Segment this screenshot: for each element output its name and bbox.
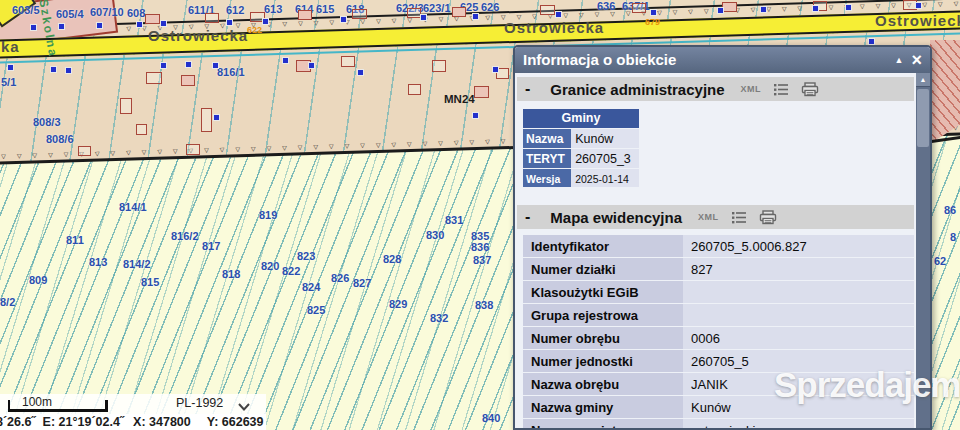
- address-point: [340, 16, 347, 23]
- collapse-section-button[interactable]: -: [525, 80, 530, 98]
- parcel-label: 838: [475, 299, 493, 311]
- parcel-label: 814/2: [123, 258, 151, 270]
- parcel-label: 615: [316, 3, 334, 15]
- building: [181, 75, 195, 86]
- gminy-table-rows: NazwaKunówTERYT260705_3Wersja2025-01-14: [523, 129, 639, 187]
- parcel-label: 613: [264, 3, 282, 15]
- parcel-label: 808/3: [33, 116, 61, 128]
- table-row: Nazwa powiatuostrowiecki: [523, 419, 914, 428]
- parcel-label: 829: [389, 298, 407, 310]
- list-icon[interactable]: [773, 83, 789, 96]
- parcel-label: 808/6: [46, 133, 74, 145]
- parcel-label: 822: [282, 265, 300, 277]
- address-point: [717, 7, 724, 14]
- parcel-label: 623/1: [423, 2, 451, 14]
- row-value: 827: [683, 258, 914, 280]
- parcel-label: 819: [259, 209, 277, 221]
- section-header-mapa: - Mapa ewidencyjna XML: [517, 205, 914, 229]
- row-value: [683, 281, 914, 303]
- parcel-label: 809: [29, 274, 47, 286]
- row-value: 260705_3: [571, 149, 639, 168]
- building: [341, 56, 355, 67]
- xml-button[interactable]: XML: [698, 212, 719, 222]
- coordinate-lat: 8´26.6˝: [0, 415, 36, 429]
- collapse-section-button[interactable]: -: [525, 208, 530, 226]
- building: [540, 5, 555, 15]
- print-icon[interactable]: [759, 210, 777, 225]
- street-label: Ostrowiecka: [875, 12, 960, 29]
- parcel-label: 603/5: [12, 4, 40, 16]
- table-row: Numer obrębu0006: [523, 327, 914, 350]
- row-value: [683, 304, 914, 326]
- address-point: [492, 66, 499, 73]
- address-point: [812, 5, 819, 12]
- coordinate-lon: E: 21°19´02.4˝: [43, 415, 124, 429]
- address-point: [213, 114, 220, 121]
- address-point: [357, 69, 364, 76]
- address-point: [760, 6, 767, 13]
- building: [352, 9, 367, 19]
- panel-title: Informacja o obiekcie: [523, 51, 676, 68]
- zone-label: MN24: [444, 93, 475, 105]
- parcel-label: 823: [297, 250, 315, 262]
- address-point: [226, 19, 233, 26]
- scale-bar: [8, 400, 108, 412]
- parcel-label: 5/1: [1, 76, 16, 88]
- scrollbar-thumb[interactable]: [917, 89, 929, 147]
- building: [452, 7, 466, 17]
- scale-crs-bar: 100m PL-1992: [0, 394, 266, 414]
- list-icon[interactable]: [731, 211, 747, 224]
- building: [186, 144, 200, 155]
- address-point: [50, 66, 57, 73]
- building: [201, 108, 212, 132]
- parcel-label: 818: [222, 268, 240, 280]
- print-icon[interactable]: [801, 82, 819, 97]
- address-point: [868, 38, 875, 45]
- crs-selector[interactable]: PL-1992: [176, 396, 223, 410]
- parcel-label: 832: [430, 312, 448, 324]
- address-point: [915, 2, 922, 9]
- collapse-panel-button[interactable]: ▲: [895, 55, 904, 65]
- parcel-label: 86: [944, 204, 956, 216]
- address-point: [7, 64, 14, 71]
- parcel-label: 8: [950, 231, 956, 243]
- building: [145, 14, 160, 24]
- row-label: Klasoużytki EGiB: [523, 281, 683, 303]
- address-point: [555, 11, 562, 18]
- xml-button[interactable]: XML: [741, 84, 762, 94]
- address-point: [650, 9, 657, 16]
- building: [407, 8, 421, 18]
- address-point: [472, 112, 479, 119]
- address-point: [58, 23, 65, 30]
- scrollbar-up-arrow[interactable]: ▲: [916, 73, 930, 87]
- panel-titlebar[interactable]: Informacja o obiekcie ▲ ×: [515, 47, 930, 73]
- parcel-label: 817: [202, 240, 220, 252]
- close-panel-button[interactable]: ×: [911, 52, 922, 68]
- table-row: Identyfikator260705_5.0006.827: [523, 235, 914, 258]
- address-point: [472, 13, 479, 20]
- parcel-label: 607/10: [90, 6, 124, 18]
- row-label: Nazwa gminy: [523, 396, 683, 418]
- parcel-label: 636: [597, 0, 615, 12]
- street-label: Ostrowiecka: [504, 19, 604, 36]
- coordinate-x: X: 347800: [133, 415, 191, 429]
- parcel-label: 830: [426, 229, 444, 241]
- row-label: Identyfikator: [523, 235, 683, 257]
- table-row: Grupa rejestrowa: [523, 304, 914, 327]
- row-label: Grupa rejestrowa: [523, 304, 683, 326]
- parcel-label: 626: [481, 1, 499, 13]
- row-label: Nazwa powiatu: [523, 419, 683, 428]
- parcel-label: 816/2: [171, 230, 199, 242]
- parcel-label: 828: [383, 253, 401, 265]
- address-point: [160, 62, 167, 69]
- parcel-label: 816/1: [217, 66, 245, 78]
- parcel-label: 840: [482, 412, 500, 424]
- building: [120, 98, 132, 114]
- table-row: Numer działki827: [523, 258, 914, 281]
- section-title: Mapa ewidencyjna: [550, 209, 682, 226]
- row-value: Kunów: [571, 129, 639, 148]
- parcel-label: 824: [302, 281, 320, 293]
- section-header-granice: - Granice administracyjne XML: [517, 77, 914, 101]
- road-number-label: 679: [645, 17, 660, 27]
- row-value: ostrowiecki: [683, 419, 914, 428]
